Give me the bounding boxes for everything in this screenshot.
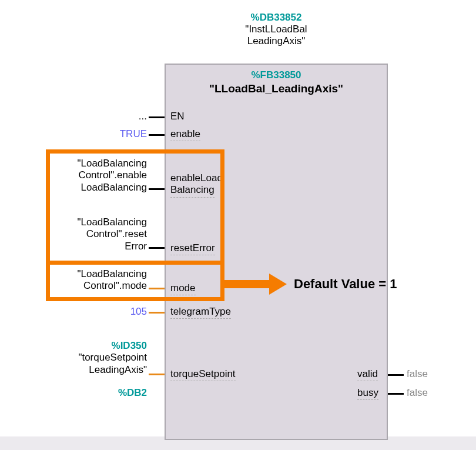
- torqueSetpoint-label: torqueSetpoint: [170, 368, 236, 381]
- telegramType-connector: [149, 312, 165, 314]
- fb-header: %FB33850 "LLoadBal_LeadingAxis": [166, 65, 387, 98]
- enableLoadBalancing-label: enableLoad Balancing: [170, 172, 223, 198]
- resetError-value: "LoadBalancing Control".reset Error: [18, 216, 147, 252]
- en-connector: [149, 116, 165, 118]
- busy-label: busy: [357, 387, 378, 400]
- enableLoadBalancing-value: "LoadBalancing Control".enable LoadBalan…: [18, 158, 147, 194]
- instance-header: %DB33852 "InstLLoadBal LeadingAxis": [165, 12, 388, 47]
- instance-name-2: LeadingAxis": [165, 35, 388, 47]
- mode-value: "LoadBalancing Control".mode: [18, 268, 147, 292]
- telegramType-label: telegramType: [170, 306, 231, 319]
- fb-ref: %FB33850: [166, 69, 387, 81]
- mode-connector: [149, 288, 165, 289]
- valid-value: false: [407, 368, 428, 380]
- busy-connector: [388, 393, 404, 395]
- db-ref: %DB33852: [165, 12, 388, 24]
- enable-value: TRUE: [18, 128, 147, 140]
- resetError-label: resetError: [170, 242, 215, 255]
- en-value: ...: [18, 111, 147, 122]
- arrow-head-icon: [269, 274, 287, 295]
- busy-value: false: [407, 387, 428, 399]
- callout-text: Default Value = 1: [294, 276, 397, 292]
- instance-name-1: "InstLLoadBal: [165, 24, 388, 35]
- mode-label: mode: [170, 282, 196, 295]
- enableLoadBalancing-connector: [149, 188, 165, 190]
- en-label: EN: [170, 111, 185, 122]
- highlight-divider: [50, 261, 220, 265]
- valid-label: valid: [357, 368, 378, 381]
- valid-connector: [388, 374, 404, 376]
- fb-title: "LLoadBal_LeadingAxis": [166, 82, 387, 95]
- enable-label: enable: [170, 128, 200, 141]
- torqueSetpoint-connector: [149, 374, 165, 375]
- torqueSetpoint-value: %ID350 "torqueSetpoint LeadingAxis": [18, 340, 147, 376]
- resetError-connector: [149, 247, 165, 249]
- telegramType-value: 105: [18, 306, 147, 318]
- enable-connector: [149, 134, 165, 136]
- db2-ref: %DB2: [18, 387, 147, 399]
- arrow-shaft: [224, 280, 271, 288]
